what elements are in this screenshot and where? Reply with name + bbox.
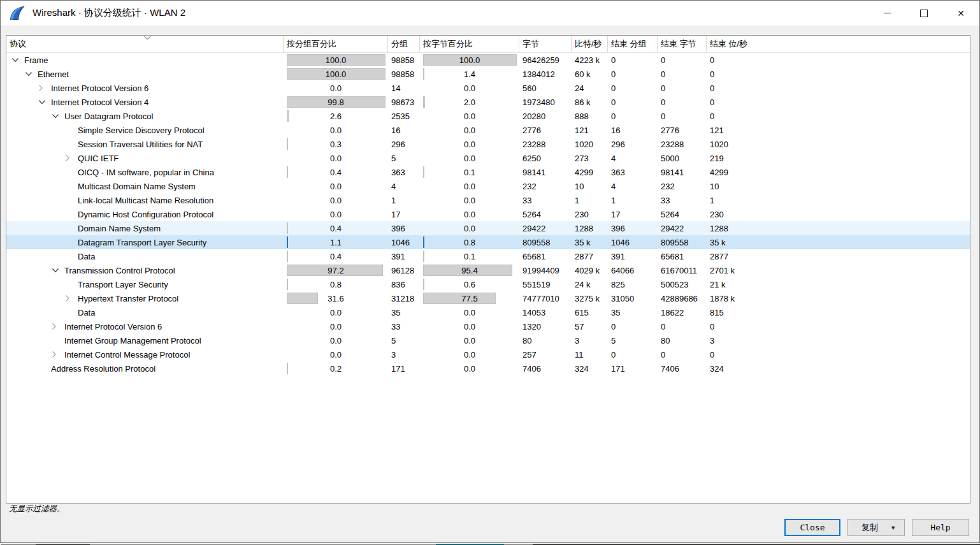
col-header-percent_bytes[interactable]: 按字节百分比 — [420, 36, 519, 52]
protocol-row[interactable]: Dynamic Host Configuration Protocol0.017… — [6, 207, 970, 221]
packets-cell: 98858 — [388, 53, 420, 67]
protocol-row[interactable]: Data0.43910.1656812877391656812877 — [6, 249, 970, 263]
protocol-name: Data — [78, 252, 95, 261]
expander-chevron-right-icon[interactable] — [38, 84, 43, 92]
help-button[interactable]: Help — [912, 519, 969, 536]
protocol-name: Ethernet — [38, 69, 69, 79]
window-title: Wireshark · 协议分级统计 · WLAN 2 — [32, 7, 185, 19]
protocol-row[interactable]: Address Resolution Protocol0.21710.07406… — [6, 361, 970, 375]
protocol-row[interactable]: Transport Layer Security0.88360.65515192… — [6, 277, 970, 291]
protocol-row[interactable]: Hypertext Transfer Protocol31.63121877.5… — [6, 291, 970, 305]
minimize-button[interactable] — [868, 1, 905, 25]
protocol-name: OICQ - IM software, popular in China — [78, 168, 214, 177]
sort-indicator-chevron-down-icon — [143, 36, 152, 40]
percentage-value: 0.0 — [420, 308, 519, 317]
titlebar[interactable]: Wireshark · 协议分级统计 · WLAN 2 ✕ — [1, 1, 979, 25]
end-bytes-cell: 5000 — [658, 151, 707, 165]
packets-cell: 98673 — [388, 95, 420, 109]
end-packets-cell: 4 — [608, 151, 658, 165]
expander-chevron-right-icon[interactable] — [52, 351, 57, 358]
protocol-row[interactable]: Transmission Control Protocol97.29612895… — [6, 263, 970, 277]
expander-chevron-right-icon[interactable] — [65, 294, 70, 302]
packets-cell: 396 — [388, 221, 420, 235]
protocol-row[interactable]: Internet Control Message Protocol0.030.0… — [6, 347, 970, 361]
protocol-name-cell: Internet Group Management Protocol — [6, 333, 284, 347]
percentage-value: 0.0 — [420, 224, 519, 233]
maximize-button[interactable] — [905, 1, 942, 25]
expander-chevron-right-icon[interactable] — [65, 154, 70, 162]
protocol-row[interactable]: Link-local Multicast Name Resolution0.01… — [6, 193, 970, 207]
percent-bytes-cell: 2.0 — [420, 95, 519, 109]
expander-chevron-down-icon[interactable] — [25, 71, 32, 76]
protocol-row[interactable]: Internet Protocol Version 499.8986732.01… — [6, 95, 970, 109]
protocol-name-cell: Hypertext Transfer Protocol — [6, 291, 284, 305]
col-header-end_bits_per_s[interactable]: 结束 位/秒 — [707, 36, 970, 52]
expander-chevron-down-icon[interactable] — [52, 113, 59, 119]
end-bytes-cell: 0 — [658, 109, 707, 123]
protocol-row[interactable]: Frame100.098858100.0964262594223 k000 — [6, 53, 970, 67]
expander-chevron-down-icon[interactable] — [52, 268, 59, 273]
protocol-row[interactable]: Datagram Transport Layer Security1.11046… — [6, 235, 970, 249]
bits-per-s-cell: 35 k — [572, 235, 608, 249]
close-window-button[interactable]: ✕ — [942, 1, 979, 25]
col-header-end_packets[interactable]: 结束 分组 — [608, 36, 658, 52]
protocol-name-cell: Dynamic Host Configuration Protocol — [6, 207, 284, 221]
protocol-name-cell: Address Resolution Protocol — [6, 361, 284, 375]
protocol-row[interactable]: Multicast Domain Name System0.040.023210… — [6, 179, 970, 193]
packets-cell: 363 — [388, 165, 420, 179]
expander-chevron-right-icon[interactable] — [52, 323, 57, 330]
bits-per-s-cell: 11 — [572, 347, 608, 361]
expander-chevron-down-icon[interactable] — [11, 57, 19, 62]
col-header-bytes[interactable]: 字节 — [519, 36, 572, 52]
protocol-row[interactable]: QUIC IETF0.050.0625027345000219 — [6, 151, 970, 165]
col-header-end_bytes[interactable]: 结束 字节 — [658, 36, 707, 52]
protocol-row[interactable]: OICQ - IM software, popular in China0.43… — [6, 165, 970, 179]
protocol-name-cell: Internet Protocol Version 6 — [6, 319, 284, 333]
bytes-cell: 1973480 — [519, 95, 572, 109]
close-button[interactable]: Close — [784, 519, 840, 536]
percentage-value: 0.4 — [284, 252, 388, 261]
protocol-row[interactable]: Internet Protocol Version 60.0140.056024… — [6, 81, 970, 95]
bytes-cell: 551519 — [519, 277, 572, 291]
protocol-row[interactable]: Internet Group Management Protocol0.050.… — [6, 333, 970, 347]
protocol-name-cell: Internet Control Message Protocol — [6, 347, 284, 361]
protocol-row[interactable]: Domain Name System0.43960.02942212883962… — [6, 221, 970, 235]
col-header-percent_packets[interactable]: 按分组百分比 — [284, 36, 388, 52]
protocol-row[interactable]: Ethernet100.0988581.4138401260 k000 — [6, 67, 970, 81]
protocol-name: Frame — [24, 55, 48, 65]
percentage-value: 77.5 — [420, 294, 519, 303]
col-header-bits_per_s[interactable]: 比特/秒 — [572, 36, 608, 52]
protocol-row[interactable]: User Datagram Protocol2.625350.020280888… — [6, 109, 970, 123]
bytes-cell: 257 — [519, 347, 572, 361]
expander-chevron-down-icon[interactable] — [38, 99, 46, 105]
percent-packets-cell: 0.0 — [284, 123, 388, 137]
protocol-name-cell: Data — [6, 249, 284, 263]
percent-bytes-cell: 0.0 — [420, 193, 519, 207]
protocol-name: Hypertext Transfer Protocol — [78, 294, 178, 303]
protocol-row[interactable]: Data0.0350.0140536153518622815 — [6, 305, 970, 319]
packets-cell: 836 — [388, 277, 420, 291]
protocol-name-cell: Internet Protocol Version 6 — [6, 81, 284, 95]
end-packets-cell: 0 — [608, 347, 658, 361]
col-header-packets[interactable]: 分组 — [388, 36, 420, 52]
col-header-label: 按字节百分比 — [423, 38, 473, 50]
protocol-name: Transport Layer Security — [78, 280, 168, 289]
col-header-protocol[interactable]: 协议 — [6, 36, 284, 52]
copy-button[interactable]: 复制 ▼ — [847, 519, 905, 536]
end-bytes-cell: 0 — [658, 81, 707, 95]
protocol-row[interactable]: Internet Protocol Version 60.0330.013205… — [6, 319, 970, 333]
percent-bytes-cell: 0.0 — [420, 137, 519, 151]
percent-packets-cell: 0.8 — [284, 277, 388, 291]
bytes-cell: 33 — [519, 193, 572, 207]
end-bits-per-s-cell: 0 — [707, 109, 970, 123]
protocol-row[interactable]: Session Traversal Utilities for NAT0.329… — [6, 137, 970, 151]
percent-packets-cell: 0.0 — [284, 81, 388, 95]
percentage-value: 2.0 — [420, 98, 519, 107]
percentage-value: 0.0 — [420, 140, 519, 149]
percentage-value: 0.0 — [284, 308, 388, 317]
end-packets-cell: 0 — [608, 81, 658, 95]
copy-dropdown-arrow-icon[interactable]: ▼ — [891, 525, 904, 531]
protocol-name-cell: User Datagram Protocol — [6, 109, 284, 123]
bits-per-s-cell: 57 — [572, 319, 608, 333]
protocol-row[interactable]: Simple Service Discovery Protocol0.0160.… — [6, 123, 970, 137]
